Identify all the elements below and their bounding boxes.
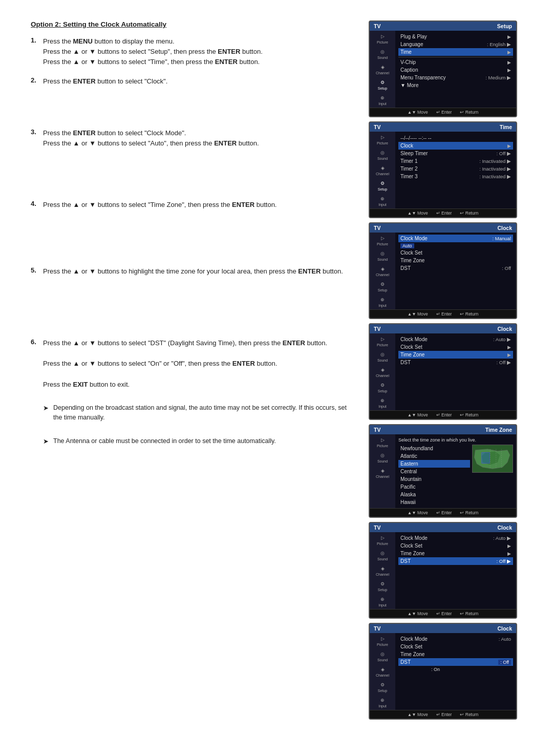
step-2: 2. Press the ENTER button to select "Clo…	[31, 76, 353, 87]
s2-input-icon: ⊕	[377, 195, 388, 202]
input-icon: ⊕	[377, 94, 388, 101]
screen1-sidebar: ▷ Picture ◎ Sound ◈ Channel ⚙	[370, 31, 395, 108]
step-2-num: 2.	[31, 76, 39, 84]
s5-sound: ◎ Sound	[371, 452, 394, 463]
s3-sound-icon: ◎	[377, 250, 388, 257]
menu-caption: Caption ▶	[398, 66, 513, 74]
menu-timer2: Timer 2 : Inactivated ▶	[398, 165, 513, 173]
tz-alaska: Alaska	[398, 491, 470, 498]
step-5-text: Press the ▲ or ▼ buttons to highlight th…	[43, 266, 353, 277]
screens-column: TV Setup ▷ Picture ◎ Sound	[369, 20, 522, 721]
screen3-sidebar: ▷ Picture ◎ Sound ◈ Channel ⚙	[370, 233, 395, 309]
screen6-footer: ▲▼ Move ↵ Enter ↩ Return	[370, 609, 516, 618]
map-visual	[472, 445, 513, 473]
s2-setup: ⚙ Setup	[371, 180, 394, 191]
channel-icon: ◈	[377, 64, 388, 71]
s6-channel-icon: ◈	[377, 565, 388, 572]
note-1: ➤ Depending on the broadcast station and…	[43, 403, 353, 423]
svg-rect-4	[482, 452, 490, 463]
screen5-body: ▷ Picture ◎ Sound ◈ Channel Sel	[370, 434, 516, 508]
screen3-header: TV Clock	[370, 223, 516, 233]
map-svg	[473, 445, 513, 472]
screen-clock-dst: TV Clock ▷ Picture ◎ Sound	[369, 522, 517, 619]
s3-channel: ◈ Channel	[371, 265, 394, 277]
screen2-sidebar: ▷ Picture ◎ Sound ◈ Channel ⚙	[370, 132, 395, 208]
s3-input-icon: ⊕	[377, 296, 388, 303]
screen6-body: ▷ Picture ◎ Sound ◈ Channel ⚙	[370, 532, 516, 609]
s4-sound: ◎ Sound	[371, 351, 394, 362]
s6-sound-icon: ◎	[377, 550, 388, 557]
tz-pacific: Pacific	[398, 483, 470, 491]
s3-setup: ⚙ Setup	[371, 281, 394, 292]
s4-channel: ◈ Channel	[371, 366, 394, 377]
screen5-main: Select the time zone in which you live. …	[395, 434, 516, 508]
s6-setup-icon: ⚙	[377, 580, 388, 587]
s2-picture: ▷ Picture	[371, 134, 394, 145]
screen3-body: ▷ Picture ◎ Sound ◈ Channel ⚙	[370, 233, 516, 309]
page-wrapper: Option 2: Setting the Clock Automaticall…	[31, 20, 522, 756]
step-6-num: 6.	[31, 338, 39, 346]
menu-dst-6: DST : Off ▶	[398, 557, 513, 565]
page-number-container: English - 47	[31, 741, 522, 756]
menu-vchip: V-Chip ▶	[398, 58, 513, 66]
s4-sound-icon: ◎	[377, 351, 388, 358]
s7-input: ⊕ Input	[371, 697, 394, 708]
s3-sound: ◎ Sound	[371, 250, 394, 261]
screen1-header: TV Setup	[370, 22, 516, 31]
screen1-body: ▷ Picture ◎ Sound ◈ Channel ⚙	[370, 31, 516, 108]
step-4-num: 4.	[31, 200, 39, 207]
screen7-body: ▷ Picture ◎ Sound ◈ Channel ⚙	[370, 633, 516, 710]
s3-setup-icon: ⚙	[377, 281, 388, 288]
menu-timezone-7: Time Zone	[398, 650, 513, 658]
menu-timezone-3: Time Zone	[398, 257, 513, 264]
step-4: 4. Press the ▲ or ▼ buttons to select "T…	[31, 200, 353, 210]
step-3: 3. Press the ENTER button to select "Clo…	[31, 128, 353, 149]
screen7-footer: ▲▼ Move ↵ Enter ↩ Return	[370, 710, 516, 719]
step-5-num: 5.	[31, 266, 39, 274]
screen7-header: TV Clock	[370, 624, 516, 633]
screen-time: TV Time ▷ Picture ◎ Sound	[369, 121, 517, 218]
menu-dst-3: DST : Off	[398, 264, 513, 272]
s6-input-icon: ⊕	[377, 596, 388, 603]
s6-sound: ◎ Sound	[371, 550, 394, 561]
s3-input: ⊕ Input	[371, 296, 394, 307]
s7-input-icon: ⊕	[377, 697, 388, 704]
tz-newfoundland: Newfoundland	[398, 445, 470, 452]
screen7-main: Clock Mode : Auto Clock Set Time Zone DS…	[395, 633, 516, 710]
step-3-num: 3.	[31, 128, 39, 136]
screen5-sidebar: ▷ Picture ◎ Sound ◈ Channel	[370, 434, 395, 508]
s7-sound: ◎ Sound	[371, 650, 394, 662]
s6-channel: ◈ Channel	[371, 565, 394, 576]
s3-picture-icon: ▷	[377, 235, 388, 242]
menu-clockset-7: Clock Set	[398, 643, 513, 650]
s7-setup: ⚙ Setup	[371, 681, 394, 692]
step-1: 1. Press the MENU button to display the …	[31, 36, 353, 67]
s2-channel-icon: ◈	[377, 164, 388, 172]
note-2: ➤ The Antenna or cable must be connected…	[43, 436, 353, 447]
s2-setup-icon: ⚙	[377, 180, 388, 187]
menu-clockset-6: Clock Set ▶	[398, 542, 513, 550]
step-6-text: Press the ▲ or ▼ buttons to select "DST"…	[43, 338, 353, 447]
menu-transparency: Menu Transparency : Medium ▶	[398, 74, 513, 81]
s2-input: ⊕ Input	[371, 195, 394, 206]
screen4-header: TV Clock	[370, 324, 516, 333]
dst-off-option: : Off	[498, 660, 511, 665]
menu-clockset-4: Clock Set ▶	[398, 343, 513, 351]
s2-sound-icon: ◎	[377, 149, 388, 156]
menu-clockmode: Clock Mode : Manual	[398, 235, 513, 242]
s7-picture: ▷ Picture	[371, 635, 394, 646]
screen6-main: Clock Mode : Auto ▶ Clock Set ▶ Time Zon…	[395, 532, 516, 609]
step-6: 6. Press the ▲ or ▼ buttons to select "D…	[31, 338, 353, 447]
screen4-body: ▷ Picture ◎ Sound ◈ Channel ⚙	[370, 333, 516, 410]
s4-input: ⊕ Input	[371, 397, 394, 408]
menu-dst-4: DST : Off ▶	[398, 359, 513, 366]
menu-timezone-6: Time Zone ▶	[398, 550, 513, 557]
s6-setup: ⚙ Setup	[371, 580, 394, 592]
menu-clockmode-4: Clock Mode : Auto ▶	[398, 335, 513, 343]
section-title: Option 2: Setting the Clock Automaticall…	[31, 20, 353, 28]
sidebar-setup-active: ⚙ Setup	[371, 79, 394, 90]
step-2-text: Press the ENTER button to select "Clock"…	[43, 76, 353, 87]
tz-central: Central	[398, 468, 470, 475]
sound-icon: ◎	[377, 48, 388, 55]
menu-time: Time ▶	[398, 48, 513, 56]
